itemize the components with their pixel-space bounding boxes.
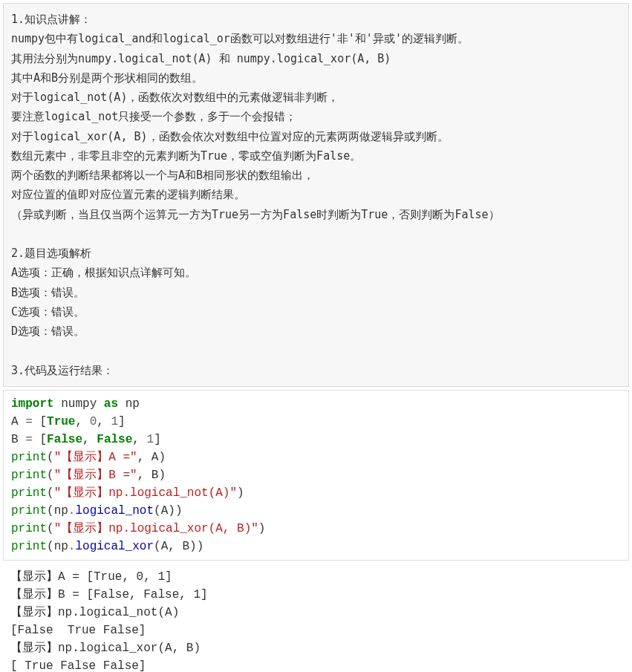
comma: ,: [137, 469, 145, 482]
paren: (: [47, 504, 54, 518]
out-line: [False True False]: [10, 624, 146, 637]
str-show-xor: "【显示】np.logical_xor(A, B)": [54, 522, 258, 535]
exp-line: 其用法分别为numpy.logical_not(A) 和 numpy.logic…: [11, 52, 391, 65]
op-eq: =: [25, 415, 33, 428]
paren: (: [47, 469, 54, 482]
comma: ,: [75, 415, 82, 428]
literal-false: False: [97, 433, 132, 446]
dot: .: [68, 540, 76, 553]
bracket: ]: [118, 415, 126, 428]
comma: ,: [137, 451, 145, 464]
np: np: [54, 540, 68, 553]
dot: .: [68, 504, 76, 518]
exp-line: 数组元素中，非零且非空的元素判断为True，零或空值判断为False。: [11, 149, 361, 163]
module-name: numpy: [61, 397, 97, 411]
paren: ): [168, 504, 175, 518]
output-block: 【显示】A = [True, 0, 1] 【显示】B = [False, Fal…: [3, 564, 629, 672]
exp-line: 对应位置的值即对应位置元素的逻辑判断结果。: [11, 188, 245, 201]
code-block: import numpy as np A = [True, 0, 1] B = …: [3, 390, 629, 561]
paren: ): [237, 486, 244, 500]
fn-print: print: [11, 469, 47, 482]
exp-line: 对于logical_xor(A, B)，函数会依次对数组中位置对应的元素两两做逻…: [11, 130, 449, 143]
heading-2: 2.题目选项解析: [11, 247, 91, 260]
paren: (: [47, 451, 54, 464]
literal-zero: 0: [90, 415, 97, 428]
literal-false: False: [47, 433, 82, 446]
out-line: 【显示】np.logical_xor(A, B): [10, 642, 201, 655]
bracket: [: [39, 433, 47, 446]
str-show-not: "【显示】np.logical_not(A)": [54, 486, 237, 500]
exp-line: 其中A和B分别是两个形状相同的数组。: [11, 71, 203, 85]
paren: (: [154, 540, 161, 553]
paren: (: [47, 486, 54, 500]
kw-import: import: [11, 397, 54, 411]
op-eq: =: [25, 433, 33, 446]
fn-print: print: [11, 504, 47, 518]
exp-line: 两个函数的判断结果都将以一个与A和B相同形状的数组输出，: [11, 169, 314, 182]
str-show-b: "【显示】B =": [54, 469, 137, 482]
np: np: [54, 504, 68, 518]
out-line: [ True False False]: [10, 659, 146, 672]
exp-line: （异或判断，当且仅当两个运算元一方为True另一方为False时判断为True，…: [11, 208, 500, 221]
var-a: A: [161, 540, 169, 553]
bracket: [: [39, 415, 47, 428]
fn-logical-not: logical_not: [75, 504, 154, 518]
heading-3: 3.代码及运行结果：: [11, 364, 114, 377]
paren: ): [189, 540, 197, 553]
var-b: B: [11, 433, 19, 446]
option-a: A选项：正确，根据知识点详解可知。: [11, 266, 196, 279]
var-a: A: [11, 415, 19, 428]
var-a: A: [161, 504, 169, 518]
literal-one: 1: [147, 433, 154, 446]
heading-1: 1.知识点讲解：: [11, 13, 91, 26]
fn-logical-xor: logical_xor: [75, 540, 154, 553]
literal-true: True: [47, 415, 75, 428]
paren: ): [258, 522, 266, 535]
paren: ): [158, 469, 166, 482]
paren: (: [47, 522, 54, 535]
alias: np: [126, 397, 140, 411]
paren: (: [154, 504, 161, 518]
fn-print: print: [11, 451, 47, 464]
option-d: D选项：错误。: [11, 324, 85, 338]
var-b: B: [183, 540, 190, 553]
out-line: 【显示】np.logical_not(A): [10, 606, 179, 619]
paren: ): [197, 540, 204, 553]
fn-print: print: [11, 522, 47, 535]
paren: ): [158, 451, 166, 464]
comma: ,: [97, 415, 104, 428]
kw-as: as: [104, 397, 118, 411]
comma: ,: [82, 433, 90, 446]
comma: ,: [168, 540, 175, 553]
exp-line: 对于logical_not(A)，函数依次对数组中的元素做逻辑非判断，: [11, 91, 339, 104]
bracket: ]: [154, 433, 161, 446]
exp-line: numpy包中有logical_and和logical_or函数可以对数组进行'…: [11, 32, 469, 45]
paren: ): [175, 504, 183, 518]
out-line: 【显示】A = [True, 0, 1]: [10, 570, 172, 584]
out-line: 【显示】B = [False, False, 1]: [10, 588, 208, 601]
option-c: C选项：错误。: [11, 305, 85, 319]
fn-print: print: [11, 486, 47, 500]
literal-one: 1: [111, 415, 119, 428]
paren: (: [47, 540, 54, 553]
option-b: B选项：错误。: [11, 286, 85, 299]
explanation-section: 1.知识点讲解： numpy包中有logical_and和logical_or函…: [3, 3, 629, 387]
comma: ,: [132, 433, 140, 446]
str-show-a: "【显示】A =": [54, 451, 137, 464]
exp-line: 要注意logical_not只接受一个参数，多于一个会报错；: [11, 110, 296, 123]
fn-print: print: [11, 540, 47, 553]
